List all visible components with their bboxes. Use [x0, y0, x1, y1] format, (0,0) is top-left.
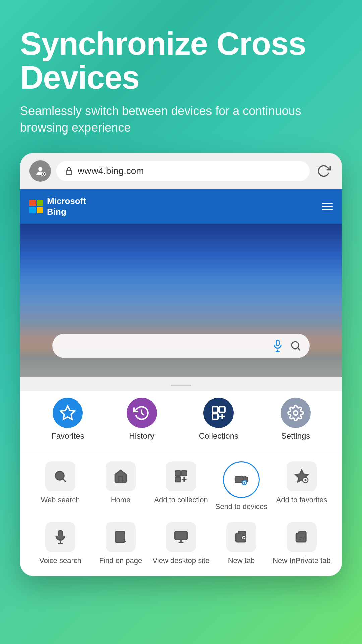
- toolbar-favorites[interactable]: Favorites: [51, 398, 84, 441]
- browser-toolbar: www4.bing.com: [20, 153, 342, 189]
- star-icon: [59, 405, 76, 421]
- menu-home[interactable]: Home: [90, 461, 151, 512]
- svg-point-15: [55, 472, 64, 480]
- new-tab-icon: [234, 530, 249, 544]
- favorites-icon-circle: [53, 398, 83, 428]
- add-collection-icon: [174, 469, 188, 484]
- address-bar[interactable]: www4.bing.com: [56, 161, 310, 181]
- svg-rect-11: [213, 407, 218, 413]
- web-search-icon-box: [45, 461, 75, 491]
- hero-subtitle: Seamlessly switch between devices for a …: [20, 103, 342, 137]
- favorites-label: Favorites: [51, 431, 84, 441]
- bing-header: MicrosoftBing: [20, 189, 342, 223]
- svg-rect-4: [66, 171, 72, 175]
- bing-page-content: MicrosoftBing: [20, 189, 342, 377]
- url-text: www4.bing.com: [78, 166, 302, 176]
- view-desktop-icon-box: [166, 522, 196, 552]
- menu-add-to-collection[interactable]: Add to collection: [151, 461, 211, 512]
- quick-actions-toolbar: Favorites History: [20, 391, 342, 451]
- svg-rect-5: [276, 340, 279, 346]
- voice-search-label: Voice search: [39, 556, 81, 566]
- voice-search-icon-box: [45, 522, 75, 552]
- history-icon-circle: [127, 398, 157, 428]
- settings-icon-circle: [281, 398, 311, 428]
- lock-icon: [64, 166, 74, 176]
- menu-add-to-favorites[interactable]: Add to favorites: [272, 461, 332, 512]
- mic-icon[interactable]: [272, 340, 284, 352]
- new-tab-icon-box: [226, 522, 256, 552]
- svg-line-9: [298, 348, 300, 351]
- microsoft-squares: [29, 200, 43, 213]
- svg-rect-13: [213, 414, 218, 419]
- menu-view-desktop-site[interactable]: View desktop site: [151, 522, 211, 566]
- svg-rect-19: [176, 477, 181, 482]
- menu-voice-search[interactable]: Voice search: [30, 522, 90, 566]
- svg-rect-30: [175, 531, 187, 539]
- home-label: Home: [111, 495, 131, 505]
- refresh-icon: [317, 164, 331, 178]
- find-on-page-icon-box: [106, 522, 136, 552]
- settings-icon: [287, 405, 304, 421]
- browser-mockup: www4.bing.com MicrosoftBing: [20, 153, 342, 576]
- add-favorites-icon: [294, 469, 309, 484]
- new-tab-label: New tab: [228, 556, 255, 566]
- send-to-devices-icon: [234, 472, 249, 487]
- add-to-collection-icon-box: [166, 461, 196, 491]
- collections-icon: [210, 405, 227, 421]
- page-container: Synchronize Cross Devices Seamlessly swi…: [0, 0, 362, 644]
- profile-avatar[interactable]: [29, 160, 51, 182]
- view-desktop-site-label: View desktop site: [153, 556, 210, 566]
- collections-icon-circle: [203, 398, 234, 428]
- menu-find-on-page[interactable]: Find on page: [90, 522, 151, 566]
- svg-point-8: [292, 342, 299, 349]
- bing-search-bar[interactable]: [52, 334, 310, 358]
- menu-grid: Web search Home: [20, 451, 342, 576]
- toolbar-collections[interactable]: Collections: [199, 398, 238, 441]
- menu-row-2: Voice search Find on page: [30, 519, 332, 569]
- send-to-devices-label: Send to devices: [215, 502, 268, 512]
- send-to-devices-icon-box: [223, 461, 260, 498]
- refresh-button[interactable]: [315, 162, 333, 180]
- bottom-sheet-handle: [20, 377, 342, 391]
- home-icon: [113, 469, 128, 484]
- svg-rect-18: [182, 471, 187, 476]
- mic-search-icon: [53, 530, 68, 544]
- svg-point-0: [38, 167, 42, 171]
- home-icon-box: [106, 461, 136, 491]
- menu-row-1: Web search Home: [30, 458, 332, 515]
- bing-search-icons: [272, 340, 302, 352]
- svg-line-16: [63, 479, 66, 482]
- svg-rect-29: [116, 531, 124, 542]
- toolbar-history[interactable]: History: [127, 398, 157, 441]
- new-inprivate-icon-box: [287, 522, 317, 552]
- svg-point-14: [294, 411, 298, 415]
- toolbar-settings[interactable]: Settings: [281, 398, 311, 441]
- add-to-favorites-icon-box: [287, 461, 317, 491]
- menu-web-search[interactable]: Web search: [30, 461, 90, 512]
- bing-background-image: [20, 224, 342, 377]
- history-label: History: [129, 431, 154, 441]
- hero-title: Synchronize Cross Devices: [20, 27, 342, 95]
- svg-rect-12: [219, 407, 225, 413]
- settings-label: Settings: [281, 431, 310, 441]
- menu-new-inprivate-tab[interactable]: New InPrivate tab: [272, 522, 332, 566]
- web-search-icon: [53, 469, 68, 484]
- search-icon[interactable]: [290, 340, 302, 352]
- collections-label: Collections: [199, 431, 238, 441]
- bing-logo: MicrosoftBing: [29, 196, 86, 217]
- menu-new-tab[interactable]: New tab: [211, 522, 272, 566]
- add-to-favorites-label: Add to favorites: [276, 495, 327, 505]
- hero-section: Synchronize Cross Devices Seamlessly swi…: [20, 27, 342, 136]
- new-inprivate-tab-label: New InPrivate tab: [273, 556, 331, 566]
- web-search-label: Web search: [41, 495, 80, 505]
- find-on-page-label: Find on page: [99, 556, 142, 566]
- desktop-icon: [174, 530, 188, 544]
- bing-logo-text: MicrosoftBing: [47, 196, 86, 217]
- bing-menu-icon[interactable]: [322, 203, 333, 210]
- menu-send-to-devices[interactable]: Send to devices: [211, 461, 272, 512]
- svg-rect-17: [176, 471, 181, 476]
- history-icon: [133, 405, 150, 421]
- inprivate-icon: [294, 530, 309, 544]
- find-page-icon: [113, 530, 128, 544]
- profile-icon: [34, 165, 46, 177]
